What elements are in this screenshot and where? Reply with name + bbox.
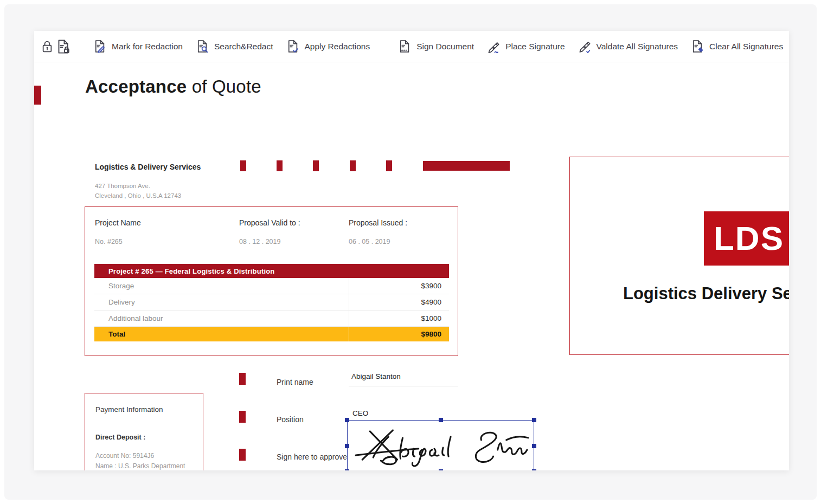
company-address-line1: 427 Thompson Ave. (95, 181, 150, 191)
payment-info-title: Payment Information (95, 405, 163, 413)
signature-stroke[interactable] (350, 421, 530, 470)
document-lock-button[interactable] (55, 35, 71, 58)
lock-button[interactable] (40, 35, 55, 58)
sign-here-label: Sign here to approve (277, 453, 347, 461)
place-signature-button[interactable]: Place Signature (486, 39, 565, 54)
page-title: Acceptance of Quote (85, 76, 261, 97)
total-label: Total (94, 330, 349, 338)
signature-selection-box[interactable] (347, 420, 534, 470)
pen-nib-check-icon (577, 39, 592, 54)
page-title-bold: Acceptance (85, 76, 187, 96)
total-price: $9800 (349, 327, 449, 341)
document-check-icon (285, 39, 300, 54)
payment-account: Account No: 5914J6 (95, 451, 154, 461)
redaction-mark (386, 160, 392, 171)
position-label: Position (277, 415, 304, 424)
redaction-mark (240, 160, 246, 171)
item-label: Delivery (94, 298, 349, 306)
search-and-redact-button[interactable]: Search&Redact (195, 39, 273, 54)
print-name-label: Print name (277, 378, 313, 386)
document-pen-icon (92, 39, 107, 54)
selection-handle-top-left[interactable] (345, 418, 349, 422)
table-total-row: Total $9800 (94, 327, 449, 341)
lock-icon (40, 39, 55, 54)
quote-table: Project # 265 — Federal Logistics & Dist… (94, 264, 449, 341)
print-name-value: Abigail Stanton (351, 372, 401, 380)
sign-document-label: Sign Document (416, 42, 474, 51)
mark-for-redaction-button[interactable]: Mark for Redaction (92, 39, 183, 54)
document-magnifier-icon (195, 39, 209, 54)
payment-method: Direct Deposit : (95, 434, 145, 441)
proposal-valid-value: 08 . 12 . 2019 (239, 238, 280, 245)
redaction-bar (423, 161, 510, 171)
item-label: Storage (94, 282, 349, 290)
proposal-valid-label: Proposal Valid to : (239, 218, 300, 227)
item-price: $3900 (349, 278, 449, 294)
item-label: Additional labour (94, 314, 349, 322)
document-eraser-icon (690, 39, 704, 54)
selection-handle-top-right[interactable] (532, 418, 536, 422)
company-name: Logistics & Delivery Services (95, 163, 201, 171)
payment-account-name: Name : U.S. Parks Department (95, 461, 185, 470)
brand-logo: LDS (704, 211, 789, 266)
item-price: $1000 (349, 311, 449, 326)
document-page: Acceptance of Quote Logistics & Delivery… (34, 62, 789, 470)
place-signature-label: Place Signature (505, 42, 565, 51)
redaction-mark (239, 449, 246, 461)
selection-handle-bottom-right[interactable] (532, 469, 536, 470)
sign-document-button[interactable]: Sign Document (397, 39, 474, 54)
selection-handle-middle-right[interactable] (532, 444, 536, 448)
title-accent-bar (34, 86, 41, 105)
brand-name: Logistics Delivery Services (623, 284, 789, 303)
clear-all-signatures-label: Clear All Signatures (709, 42, 783, 51)
search-and-redact-label: Search&Redact (214, 42, 273, 51)
page-title-rest: of Quote (187, 76, 261, 96)
quote-table-header: Project # 265 — Federal Logistics & Dist… (94, 264, 449, 278)
redaction-mark (239, 373, 246, 385)
selection-handle-bottom-left[interactable] (345, 469, 349, 470)
clear-all-signatures-button[interactable]: Clear All Signatures (690, 39, 783, 54)
table-row: Delivery $4900 (94, 294, 449, 311)
table-row: Storage $3900 (94, 278, 449, 294)
project-name-value: No. #265 (95, 238, 123, 245)
company-address-line2: Cleveland , Ohio , U.S.A 12743 (95, 191, 181, 201)
validate-all-signatures-button[interactable]: Valdate All Signatures (577, 39, 678, 54)
document-lock-icon (55, 38, 71, 55)
apply-redactions-button[interactable]: Apply Redactions (285, 39, 370, 54)
proposal-issued-label: Proposal Issued : (349, 218, 407, 227)
redaction-mark (313, 160, 319, 171)
proposal-issued-value: 06 . 05 . 2019 (349, 238, 390, 245)
document-window: Mark for Redaction Search&Redact Apply R… (34, 31, 789, 470)
selection-handle-bottom-middle[interactable] (439, 469, 443, 470)
redaction-mark (277, 160, 283, 171)
table-row: Additional labour $1000 (94, 311, 449, 327)
toolbar: Mark for Redaction Search&Redact Apply R… (34, 31, 789, 62)
apply-redactions-label: Apply Redactions (305, 42, 370, 51)
selection-handle-middle-left[interactable] (345, 444, 349, 448)
selection-handle-top-middle[interactable] (439, 418, 443, 422)
project-name-label: Project Name (95, 218, 141, 227)
payment-info-box: Payment Information Direct Deposit : Acc… (85, 393, 203, 470)
mark-for-redaction-label: Mark for Redaction (112, 42, 183, 51)
item-price: $4900 (349, 294, 449, 310)
validate-all-signatures-label: Valdate All Signatures (596, 42, 678, 51)
redaction-mark (350, 160, 356, 171)
document-signature-line-icon (397, 39, 412, 54)
print-name-underline (349, 386, 458, 386)
pen-nib-squiggle-icon (486, 39, 501, 54)
brand-box: LDS Logistics Delivery Services (569, 157, 789, 355)
position-value: CEO (352, 409, 368, 417)
redaction-mark (239, 411, 246, 423)
